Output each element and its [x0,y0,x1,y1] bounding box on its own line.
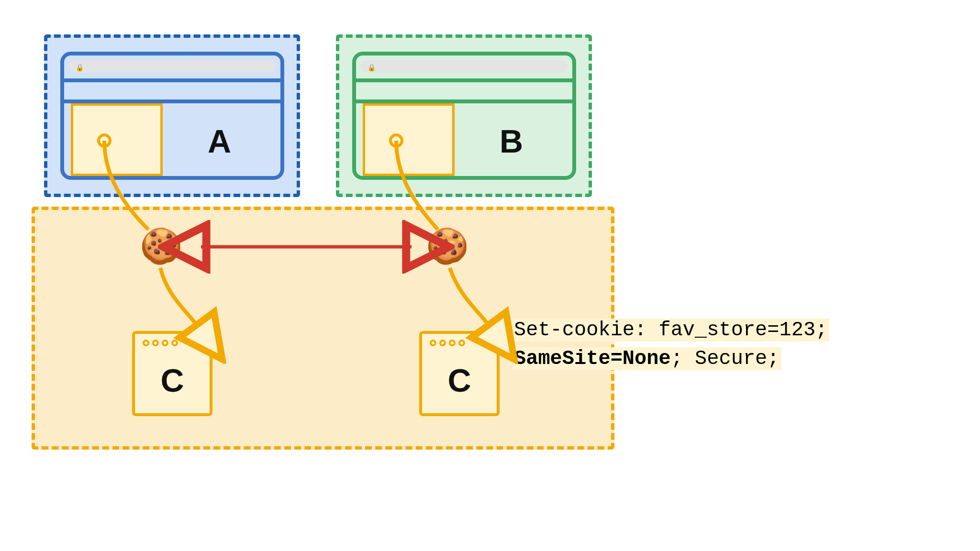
code-rest: ; Secure; [671,347,780,370]
browser-divider [356,78,572,82]
site-label-a: A [208,122,231,160]
window-dots-icon [143,340,181,348]
browser-divider [64,99,280,103]
embedded-iframe-a [71,103,163,176]
target-label-c: C [422,362,497,399]
browser-divider [64,78,280,82]
set-cookie-header: Set-cookie: fav_store=123; SameSite=None… [512,316,829,373]
target-window-c-right: C [419,331,500,416]
target-label-c: C [135,362,210,399]
cookie-icon: 🍪 [426,229,469,263]
lock-icon: 🔒 [368,64,376,71]
code-line-1: Set-cookie: fav_store=123; [512,319,829,342]
site-label-b: B [500,122,523,160]
url-bar: 🔒 [361,60,568,73]
code-samesite-attr: SameSite=None [514,347,671,370]
embedded-iframe-b [363,103,455,176]
window-dots-icon [430,340,468,348]
browser-b: 🔒 B [352,52,576,180]
lock-icon: 🔒 [76,64,84,71]
target-window-c-left: C [132,331,212,416]
browser-a: 🔒 A [60,52,284,180]
browser-divider [356,99,572,103]
cookie-icon: 🍪 [140,229,183,263]
url-bar: 🔒 [69,60,276,73]
